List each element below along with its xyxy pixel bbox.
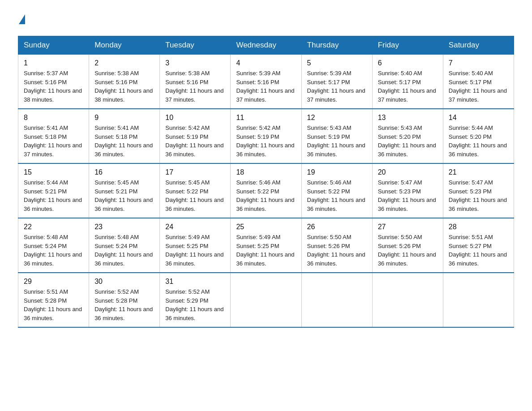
calendar-cell: 28 Sunrise: 5:51 AM Sunset: 5:27 PM Dayl… (443, 218, 514, 273)
sunset-label: Sunset: 5:16 PM (165, 79, 208, 86)
sunrise-label: Sunrise: 5:46 AM (307, 179, 352, 186)
day-number: 19 (307, 168, 367, 176)
day-info: Sunrise: 5:52 AM Sunset: 5:28 PM Dayligh… (94, 287, 154, 322)
sunrise-label: Sunrise: 5:48 AM (24, 234, 68, 240)
sunset-label: Sunset: 5:28 PM (24, 297, 67, 304)
calendar-cell: 12 Sunrise: 5:43 AM Sunset: 5:19 PM Dayl… (301, 109, 372, 163)
page-header (18, 13, 514, 22)
sunset-label: Sunset: 5:26 PM (307, 243, 350, 249)
day-info: Sunrise: 5:44 AM Sunset: 5:20 PM Dayligh… (449, 124, 508, 158)
sunrise-label: Sunrise: 5:41 AM (94, 124, 139, 131)
daylight-label: Daylight: 11 hours and 36 minutes. (165, 306, 223, 321)
sunrise-label: Sunrise: 5:47 AM (378, 179, 422, 186)
day-info: Sunrise: 5:38 AM Sunset: 5:16 PM Dayligh… (94, 69, 154, 104)
daylight-label: Daylight: 11 hours and 37 minutes. (24, 142, 82, 158)
day-number: 31 (165, 278, 225, 286)
sunset-label: Sunset: 5:19 PM (236, 133, 279, 140)
day-number: 25 (236, 223, 296, 231)
sunrise-label: Sunrise: 5:38 AM (94, 70, 139, 77)
sunset-label: Sunset: 5:22 PM (307, 188, 350, 195)
daylight-label: Daylight: 11 hours and 37 minutes. (236, 87, 294, 103)
day-info: Sunrise: 5:51 AM Sunset: 5:28 PM Dayligh… (24, 287, 83, 322)
sunset-label: Sunset: 5:25 PM (165, 243, 208, 249)
daylight-label: Daylight: 11 hours and 36 minutes. (449, 142, 507, 158)
day-info: Sunrise: 5:47 AM Sunset: 5:23 PM Dayligh… (378, 178, 438, 213)
calendar-week-row: 1 Sunrise: 5:37 AM Sunset: 5:16 PM Dayli… (18, 55, 514, 109)
calendar-cell: 26 Sunrise: 5:50 AM Sunset: 5:26 PM Dayl… (301, 218, 372, 273)
day-number: 2 (94, 59, 154, 67)
day-info: Sunrise: 5:44 AM Sunset: 5:21 PM Dayligh… (24, 178, 83, 213)
calendar-cell: 16 Sunrise: 5:45 AM Sunset: 5:21 PM Dayl… (89, 163, 160, 218)
day-number: 28 (449, 223, 508, 231)
calendar-cell: 30 Sunrise: 5:52 AM Sunset: 5:28 PM Dayl… (89, 273, 160, 327)
logo (18, 13, 25, 22)
daylight-label: Daylight: 11 hours and 37 minutes. (307, 87, 365, 103)
sunrise-label: Sunrise: 5:52 AM (165, 288, 210, 295)
day-info: Sunrise: 5:46 AM Sunset: 5:22 PM Dayligh… (236, 178, 296, 213)
sunset-label: Sunset: 5:21 PM (24, 188, 67, 195)
column-header-sunday: Sunday (18, 36, 89, 55)
calendar-cell: 11 Sunrise: 5:42 AM Sunset: 5:19 PM Dayl… (231, 109, 301, 163)
day-info: Sunrise: 5:51 AM Sunset: 5:27 PM Dayligh… (449, 233, 508, 268)
calendar-cell: 20 Sunrise: 5:47 AM Sunset: 5:23 PM Dayl… (372, 163, 443, 218)
day-number: 15 (24, 168, 83, 176)
calendar-cell (301, 273, 372, 327)
calendar-cell: 17 Sunrise: 5:45 AM Sunset: 5:22 PM Dayl… (160, 163, 231, 218)
sunset-label: Sunset: 5:24 PM (24, 243, 67, 249)
calendar-cell: 21 Sunrise: 5:47 AM Sunset: 5:23 PM Dayl… (443, 163, 514, 218)
sunrise-label: Sunrise: 5:43 AM (307, 124, 352, 131)
day-info: Sunrise: 5:41 AM Sunset: 5:18 PM Dayligh… (94, 124, 154, 158)
daylight-label: Daylight: 11 hours and 36 minutes. (94, 306, 153, 321)
daylight-label: Daylight: 11 hours and 36 minutes. (165, 197, 223, 212)
daylight-label: Daylight: 11 hours and 36 minutes. (378, 197, 436, 212)
sunrise-label: Sunrise: 5:43 AM (378, 124, 422, 131)
sunset-label: Sunset: 5:23 PM (378, 188, 421, 195)
sunset-label: Sunset: 5:24 PM (94, 243, 137, 249)
daylight-label: Daylight: 11 hours and 38 minutes. (24, 87, 82, 103)
calendar-cell: 14 Sunrise: 5:44 AM Sunset: 5:20 PM Dayl… (443, 109, 514, 163)
daylight-label: Daylight: 11 hours and 36 minutes. (236, 251, 294, 267)
daylight-label: Daylight: 11 hours and 36 minutes. (236, 142, 294, 158)
calendar-cell: 13 Sunrise: 5:43 AM Sunset: 5:20 PM Dayl… (372, 109, 443, 163)
sunset-label: Sunset: 5:22 PM (236, 188, 279, 195)
calendar-cell (443, 273, 514, 327)
sunrise-label: Sunrise: 5:44 AM (449, 124, 493, 131)
calendar-cell: 1 Sunrise: 5:37 AM Sunset: 5:16 PM Dayli… (18, 55, 89, 109)
daylight-label: Daylight: 11 hours and 36 minutes. (449, 251, 507, 267)
daylight-label: Daylight: 11 hours and 36 minutes. (94, 251, 153, 267)
day-info: Sunrise: 5:49 AM Sunset: 5:25 PM Dayligh… (236, 233, 296, 268)
day-number: 3 (165, 59, 225, 67)
column-header-monday: Monday (89, 36, 160, 55)
column-header-wednesday: Wednesday (231, 36, 301, 55)
sunset-label: Sunset: 5:22 PM (165, 188, 208, 195)
daylight-label: Daylight: 11 hours and 36 minutes. (236, 197, 294, 212)
sunrise-label: Sunrise: 5:49 AM (165, 234, 210, 240)
calendar-cell (231, 273, 301, 327)
calendar-cell: 3 Sunrise: 5:38 AM Sunset: 5:16 PM Dayli… (160, 55, 231, 109)
day-info: Sunrise: 5:48 AM Sunset: 5:24 PM Dayligh… (94, 233, 154, 268)
daylight-label: Daylight: 11 hours and 36 minutes. (24, 306, 82, 321)
sunset-label: Sunset: 5:17 PM (378, 79, 421, 86)
sunset-label: Sunset: 5:18 PM (94, 133, 137, 140)
sunset-label: Sunset: 5:16 PM (94, 79, 137, 86)
day-info: Sunrise: 5:38 AM Sunset: 5:16 PM Dayligh… (165, 69, 225, 104)
sunrise-label: Sunrise: 5:40 AM (449, 70, 493, 77)
sunrise-label: Sunrise: 5:49 AM (236, 234, 280, 240)
day-number: 1 (24, 59, 83, 67)
sunrise-label: Sunrise: 5:38 AM (165, 70, 210, 77)
sunrise-label: Sunrise: 5:44 AM (24, 179, 68, 186)
day-number: 11 (236, 114, 296, 122)
sunset-label: Sunset: 5:19 PM (307, 133, 350, 140)
calendar-cell: 4 Sunrise: 5:39 AM Sunset: 5:16 PM Dayli… (231, 55, 301, 109)
calendar-week-row: 29 Sunrise: 5:51 AM Sunset: 5:28 PM Dayl… (18, 273, 514, 327)
day-number: 17 (165, 168, 225, 176)
sunset-label: Sunset: 5:25 PM (236, 243, 279, 249)
day-number: 14 (449, 114, 508, 122)
day-info: Sunrise: 5:48 AM Sunset: 5:24 PM Dayligh… (24, 233, 83, 268)
daylight-label: Daylight: 11 hours and 36 minutes. (24, 197, 82, 212)
calendar-cell: 31 Sunrise: 5:52 AM Sunset: 5:29 PM Dayl… (160, 273, 231, 327)
sunset-label: Sunset: 5:21 PM (94, 188, 137, 195)
day-info: Sunrise: 5:37 AM Sunset: 5:16 PM Dayligh… (24, 69, 83, 104)
day-info: Sunrise: 5:43 AM Sunset: 5:19 PM Dayligh… (307, 124, 367, 158)
day-number: 7 (449, 59, 508, 67)
